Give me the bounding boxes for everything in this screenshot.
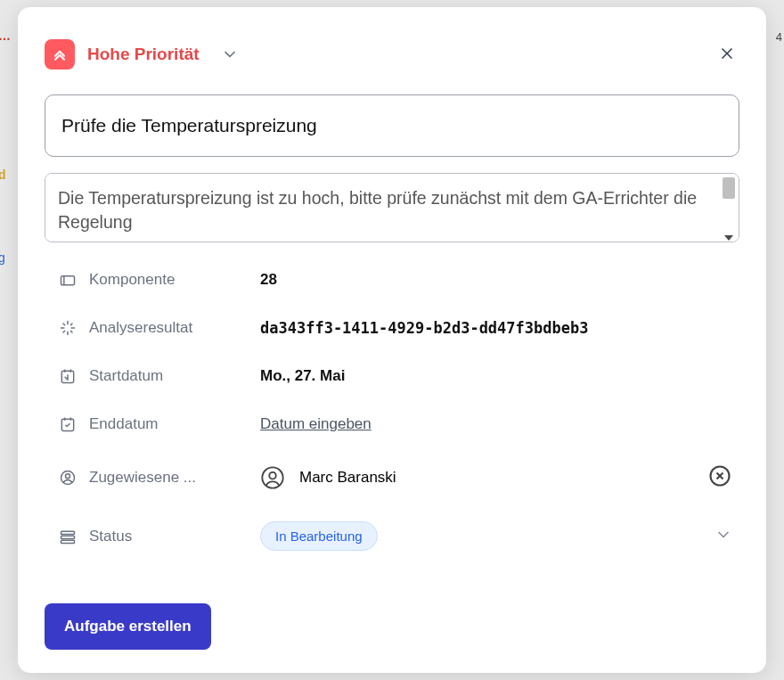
close-icon bbox=[718, 45, 736, 62]
avatar-icon bbox=[260, 465, 285, 490]
status-label: Status bbox=[59, 528, 260, 545]
priority-icon bbox=[45, 39, 75, 70]
component-icon bbox=[59, 271, 77, 289]
chevron-down-icon bbox=[221, 45, 239, 63]
x-circle-icon bbox=[707, 463, 732, 488]
close-button[interactable] bbox=[715, 41, 739, 69]
svg-point-12 bbox=[262, 467, 282, 487]
bg-fragment: … bbox=[0, 29, 11, 43]
start-date-row: Startdatum Mo., 27. Mai bbox=[59, 367, 732, 385]
svg-rect-19 bbox=[61, 540, 75, 543]
bg-fragment: d bbox=[0, 168, 6, 182]
assignee-label: Zugewiesene ... bbox=[59, 469, 260, 487]
component-label-text: Komponente bbox=[89, 271, 175, 289]
priority-dropdown-button[interactable] bbox=[221, 45, 239, 63]
status-dropdown-button[interactable] bbox=[715, 526, 732, 547]
end-date-placeholder[interactable]: Datum eingeben bbox=[260, 415, 372, 433]
task-title-input[interactable] bbox=[45, 94, 739, 157]
svg-point-13 bbox=[269, 471, 275, 478]
task-description-wrap bbox=[45, 173, 739, 246]
bg-fragment: g bbox=[0, 250, 5, 265]
calendar-end-icon bbox=[59, 415, 77, 433]
status-row: Status In Bearbeitung bbox=[59, 521, 732, 551]
assignee-row: Zugewiesene ... Marc Baranski bbox=[59, 463, 732, 491]
svg-rect-2 bbox=[61, 276, 75, 285]
start-date-value[interactable]: Mo., 27. Mai bbox=[260, 367, 732, 385]
end-date-value[interactable]: Datum eingeben bbox=[260, 415, 732, 433]
person-icon bbox=[59, 469, 77, 487]
sparkle-icon bbox=[59, 319, 77, 337]
modal-header: Hohe Priorität bbox=[45, 39, 739, 70]
priority-selector[interactable]: Hohe Priorität bbox=[45, 39, 239, 70]
analysis-value[interactable]: da343ff3-1411-4929-b2d3-dd47f3bdbeb3 bbox=[260, 319, 732, 337]
chevron-down-icon bbox=[715, 526, 732, 544]
start-date-label-text: Startdatum bbox=[89, 367, 163, 385]
remove-assignee-button[interactable] bbox=[707, 463, 732, 491]
analysis-row: Analyseresultat da343ff3-1411-4929-b2d3-… bbox=[59, 319, 732, 337]
end-date-label: Enddatum bbox=[59, 415, 260, 433]
bg-fragment: 4 bbox=[776, 30, 782, 44]
priority-label: Hohe Priorität bbox=[87, 45, 200, 64]
component-row: Komponente 28 bbox=[59, 271, 732, 289]
end-date-label-text: Enddatum bbox=[89, 415, 159, 433]
end-date-row: Enddatum Datum eingeben bbox=[59, 415, 732, 433]
analysis-label-text: Analyseresultat bbox=[89, 319, 192, 337]
svg-rect-18 bbox=[61, 536, 75, 538]
task-details: Komponente 28 Analyseresultat da343ff3-1… bbox=[45, 271, 739, 580]
status-pill[interactable]: In Bearbeitung bbox=[260, 521, 378, 551]
create-task-button[interactable]: Aufgabe erstellen bbox=[45, 603, 211, 650]
task-modal: Hohe Priorität bbox=[18, 7, 766, 673]
assignee-label-text: Zugewiesene ... bbox=[89, 469, 196, 487]
task-description-input[interactable] bbox=[45, 173, 739, 242]
component-value[interactable]: 28 bbox=[260, 271, 732, 289]
status-icon bbox=[59, 528, 77, 545]
svg-rect-17 bbox=[61, 531, 75, 534]
assignee-name: Marc Baranski bbox=[299, 469, 396, 487]
start-date-label: Startdatum bbox=[59, 367, 260, 385]
component-label: Komponente bbox=[59, 271, 260, 289]
svg-point-11 bbox=[66, 473, 70, 478]
modal-footer: Aufgabe erstellen bbox=[45, 603, 739, 650]
status-label-text: Status bbox=[89, 528, 132, 545]
calendar-start-icon bbox=[59, 367, 77, 385]
assignee-value[interactable]: Marc Baranski bbox=[260, 463, 732, 491]
analysis-label: Analyseresultat bbox=[59, 319, 260, 337]
